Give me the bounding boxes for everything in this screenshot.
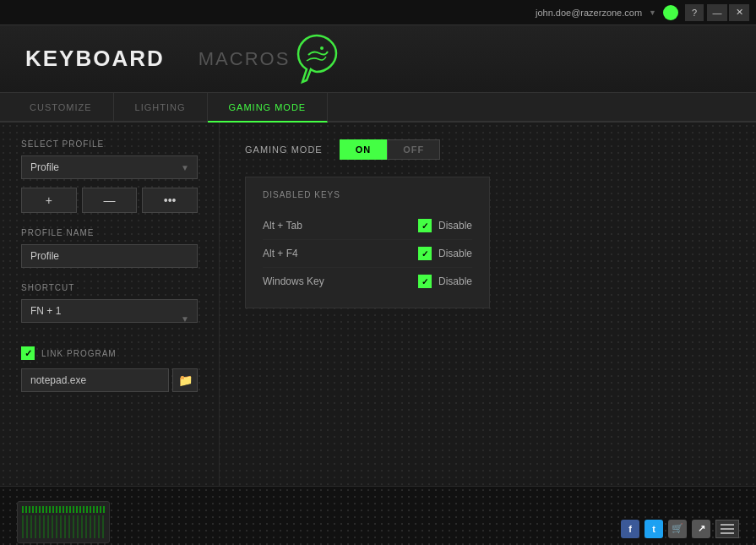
key-status-alt-tab: Disable — [418, 219, 472, 232]
footer-social: f t 🛒 ↗ — [621, 520, 739, 538]
gaming-mode-toggle: ON OFF — [340, 139, 441, 160]
razer-logo — [290, 31, 345, 86]
alt-f4-disable-label: Disable — [438, 248, 472, 259]
gaming-mode-header: GAMING MODE ON OFF — [245, 139, 731, 160]
left-panel: SELECT PROFILE Profile ▼ + — ••• PROFILE… — [0, 123, 220, 486]
navbar: CUSTOMIZE LIGHTING GAMING MODE — [0, 93, 756, 123]
macros-title[interactable]: MACROS — [199, 48, 291, 70]
program-path-input[interactable] — [21, 368, 169, 392]
key-row-alt-tab: Alt + Tab Disable — [263, 212, 472, 240]
profile-name-label: PROFILE NAME — [21, 228, 198, 237]
main-content: SELECT PROFILE Profile ▼ + — ••• PROFILE… — [0, 123, 756, 486]
user-email: john.doe@razerzone.com — [536, 8, 642, 18]
window-controls: — ✕ — [707, 4, 749, 21]
key-name-alt-f4: Alt + F4 — [263, 248, 298, 259]
delete-profile-button[interactable]: — — [82, 188, 138, 213]
header: KEYBOARD MACROS — [0, 25, 756, 93]
facebook-button[interactable]: f — [621, 520, 639, 538]
cart-button[interactable]: 🛒 — [668, 520, 687, 538]
disabled-keys-title: DISABLED KEYS — [263, 190, 472, 199]
close-button[interactable]: ✕ — [729, 4, 749, 21]
share-icon: ↗ — [698, 523, 705, 534]
cart-icon: 🛒 — [672, 523, 683, 534]
alt-tab-checkbox[interactable] — [418, 219, 432, 232]
link-program-label: LINK PROGRAM — [41, 349, 117, 358]
key-name-alt-tab: Alt + Tab — [263, 220, 302, 232]
tab-lighting[interactable]: LIGHTING — [114, 93, 208, 121]
gaming-mode-title: GAMING MODE — [245, 144, 323, 155]
tab-gaming-mode[interactable]: GAMING MODE — [208, 93, 329, 123]
svg-point-1 — [320, 46, 324, 50]
alt-f4-checkbox[interactable] — [418, 247, 432, 260]
key-row-alt-f4: Alt + F4 Disable — [263, 240, 472, 268]
user-status-icon — [663, 5, 678, 20]
right-panel: GAMING MODE ON OFF DISABLED KEYS Alt + T… — [220, 123, 756, 486]
profile-select[interactable]: Profile — [21, 155, 198, 179]
key-name-windows-key: Windows Key — [263, 275, 324, 287]
menu-line-2 — [721, 528, 734, 530]
windows-key-checkbox[interactable] — [418, 275, 432, 288]
browse-folder-button[interactable]: 📁 — [172, 368, 198, 392]
menu-button[interactable] — [715, 520, 739, 538]
share-button[interactable]: ↗ — [692, 520, 710, 538]
profile-buttons: + — ••• — [21, 188, 198, 213]
profile-name-input[interactable] — [21, 244, 198, 268]
menu-line-3 — [721, 532, 734, 534]
more-options-button[interactable]: ••• — [142, 188, 198, 213]
key-status-alt-f4: Disable — [418, 247, 472, 260]
app-title: KEYBOARD — [25, 46, 165, 72]
folder-icon: 📁 — [178, 373, 193, 387]
keyboard-thumbnail — [17, 501, 110, 543]
toggle-on-button[interactable]: ON — [340, 139, 388, 160]
help-button[interactable]: ? — [685, 4, 704, 21]
alt-tab-disable-label: Disable — [438, 220, 472, 232]
profile-select-wrapper: Profile ▼ — [21, 155, 198, 179]
toggle-off-button[interactable]: OFF — [387, 139, 440, 160]
program-input-row: 📁 — [21, 368, 198, 392]
shortcut-label: SHORTCUT — [21, 283, 198, 292]
keyboard-preview: Razer DeathStalker — [17, 501, 110, 546]
footer: Razer DeathStalker f t 🛒 ↗ — [0, 486, 756, 545]
shortcut-select-wrapper: FN + 1 ▼ — [21, 299, 198, 338]
menu-line-1 — [721, 524, 734, 526]
disabled-keys-box: DISABLED KEYS Alt + Tab Disable Alt + F4… — [245, 177, 490, 308]
link-program-row: LINK PROGRAM — [21, 346, 198, 360]
dropdown-arrow-icon: ▼ — [649, 8, 656, 17]
link-program-checkbox[interactable] — [21, 346, 35, 360]
key-row-windows-key: Windows Key Disable — [263, 268, 472, 295]
titlebar: john.doe@razerzone.com ▼ ? — ✕ — [0, 0, 756, 25]
key-status-windows-key: Disable — [418, 275, 472, 288]
shortcut-select[interactable]: FN + 1 — [21, 299, 198, 323]
select-profile-label: SELECT PROFILE — [21, 139, 198, 149]
minimize-button[interactable]: — — [707, 4, 727, 21]
add-profile-button[interactable]: + — [21, 188, 77, 213]
windows-key-disable-label: Disable — [438, 275, 472, 287]
tab-customize[interactable]: CUSTOMIZE — [8, 93, 114, 121]
twitter-button[interactable]: t — [645, 520, 663, 538]
